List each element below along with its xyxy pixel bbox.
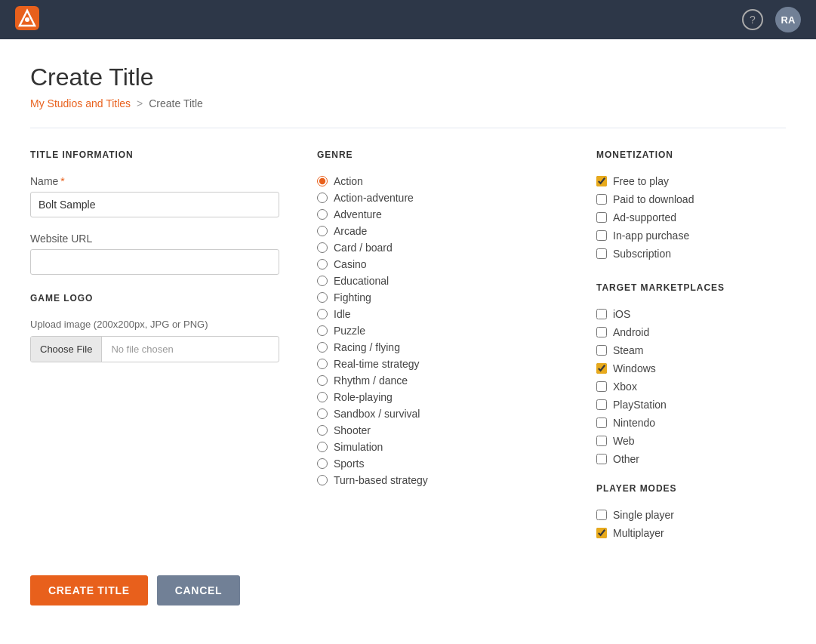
svg-point-2 bbox=[25, 17, 29, 22]
title-info-section: TITLE INFORMATION Name * Website URL GAM… bbox=[30, 149, 309, 539]
game-logo-section: GAME LOGO Upload image (200x200px, JPG o… bbox=[30, 293, 287, 362]
bottom-bar: CREATE TITLE CANCEL bbox=[30, 575, 786, 605]
section-divider bbox=[30, 128, 786, 128]
game-logo-label: GAME LOGO bbox=[30, 293, 287, 304]
genre-item[interactable]: Adventure bbox=[317, 208, 574, 220]
topbar-right: ? RA bbox=[742, 7, 801, 32]
website-url-input[interactable] bbox=[30, 249, 279, 275]
genre-item[interactable]: Role-playing bbox=[317, 391, 574, 403]
choose-file-button[interactable]: Choose File bbox=[31, 337, 102, 362]
breadcrumb-studios-link[interactable]: My Studios and Titles bbox=[30, 97, 131, 109]
monetization-section: MONETIZATION Free to playPaid to downloa… bbox=[596, 149, 786, 260]
monetization-list: Free to playPaid to downloadAd-supported… bbox=[596, 175, 786, 260]
target-marketplaces-section: TARGET MARKETPLACES iOSAndroidSteamWindo… bbox=[596, 282, 786, 465]
page-content: Create Title My Studios and Titles > Cre… bbox=[0, 39, 816, 644]
genre-item[interactable]: Turn-based strategy bbox=[317, 474, 574, 486]
marketplace-item[interactable]: Android bbox=[596, 326, 786, 338]
url-label: Website URL bbox=[30, 233, 287, 245]
name-input[interactable] bbox=[30, 192, 279, 217]
breadcrumb-separator: > bbox=[137, 97, 143, 109]
form-layout: TITLE INFORMATION Name * Website URL GAM… bbox=[30, 149, 786, 539]
genre-item[interactable]: Action bbox=[317, 175, 574, 187]
monetization-item[interactable]: In-app purchase bbox=[596, 230, 786, 242]
genre-radio-list: ActionAction-adventureAdventureArcadeCar… bbox=[317, 175, 574, 486]
genre-item[interactable]: Puzzle bbox=[317, 325, 574, 337]
monetization-item[interactable]: Paid to download bbox=[596, 193, 786, 205]
cancel-button[interactable]: CANCEL bbox=[157, 575, 241, 605]
breadcrumb: My Studios and Titles > Create Title bbox=[30, 97, 786, 109]
upload-hint: Upload image (200x200px, JPG or PNG) bbox=[30, 319, 287, 330]
genre-item[interactable]: Shooter bbox=[317, 424, 574, 436]
topbar-logo[interactable] bbox=[15, 6, 39, 33]
genre-item[interactable]: Action-adventure bbox=[317, 192, 574, 204]
monetization-item[interactable]: Subscription bbox=[596, 248, 786, 260]
file-name-display: No file chosen bbox=[102, 337, 182, 362]
marketplaces-label: TARGET MARKETPLACES bbox=[596, 282, 786, 293]
user-avatar[interactable]: RA bbox=[775, 7, 801, 32]
genre-item[interactable]: Card / board bbox=[317, 242, 574, 254]
create-title-button[interactable]: CREATE TITLE bbox=[30, 575, 148, 605]
genre-section: GENRE ActionAction-adventureAdventureArc… bbox=[309, 149, 589, 539]
marketplace-item[interactable]: Xbox bbox=[596, 381, 786, 393]
player-modes-section: PLAYER MODES Single playerMultiplayer bbox=[596, 483, 786, 539]
marketplaces-list: iOSAndroidSteamWindowsXboxPlayStationNin… bbox=[596, 308, 786, 465]
genre-item[interactable]: Simulation bbox=[317, 441, 574, 453]
marketplace-item[interactable]: Steam bbox=[596, 344, 786, 356]
genre-item[interactable]: Fighting bbox=[317, 291, 574, 304]
url-field-group: Website URL bbox=[30, 233, 287, 275]
marketplace-item[interactable]: Web bbox=[596, 435, 786, 447]
marketplace-item[interactable]: PlayStation bbox=[596, 399, 786, 411]
monetization-label: MONETIZATION bbox=[596, 149, 786, 160]
title-info-label: TITLE INFORMATION bbox=[30, 149, 287, 160]
breadcrumb-current: Create Title bbox=[149, 97, 203, 109]
player-mode-item[interactable]: Multiplayer bbox=[596, 527, 786, 539]
genre-item[interactable]: Sports bbox=[317, 458, 574, 470]
marketplace-item[interactable]: Windows bbox=[596, 362, 786, 374]
player-modes-label: PLAYER MODES bbox=[596, 483, 786, 494]
topbar: ? RA bbox=[0, 0, 816, 39]
genre-item[interactable]: Idle bbox=[317, 308, 574, 320]
page-title: Create Title bbox=[30, 63, 786, 91]
marketplace-item[interactable]: Nintendo bbox=[596, 417, 786, 429]
name-label: Name * bbox=[30, 175, 287, 187]
genre-item[interactable]: Rhythm / dance bbox=[317, 374, 574, 387]
player-modes-list: Single playerMultiplayer bbox=[596, 509, 786, 539]
genre-label: GENRE bbox=[317, 149, 574, 160]
player-mode-item[interactable]: Single player bbox=[596, 509, 786, 521]
right-section: MONETIZATION Free to playPaid to downloa… bbox=[589, 149, 786, 539]
help-icon[interactable]: ? bbox=[742, 9, 763, 30]
marketplace-item[interactable]: iOS bbox=[596, 308, 786, 320]
marketplace-item[interactable]: Other bbox=[596, 453, 786, 465]
required-indicator: * bbox=[60, 175, 64, 187]
genre-item[interactable]: Educational bbox=[317, 275, 574, 287]
genre-item[interactable]: Racing / flying bbox=[317, 341, 574, 353]
genre-item[interactable]: Casino bbox=[317, 258, 574, 270]
monetization-item[interactable]: Free to play bbox=[596, 175, 786, 187]
genre-item[interactable]: Sandbox / survival bbox=[317, 408, 574, 420]
file-input-wrapper: Choose File No file chosen bbox=[30, 336, 279, 362]
genre-item[interactable]: Real-time strategy bbox=[317, 358, 574, 370]
name-field-group: Name * bbox=[30, 175, 287, 217]
genre-item[interactable]: Arcade bbox=[317, 225, 574, 237]
monetization-item[interactable]: Ad-supported bbox=[596, 211, 786, 223]
